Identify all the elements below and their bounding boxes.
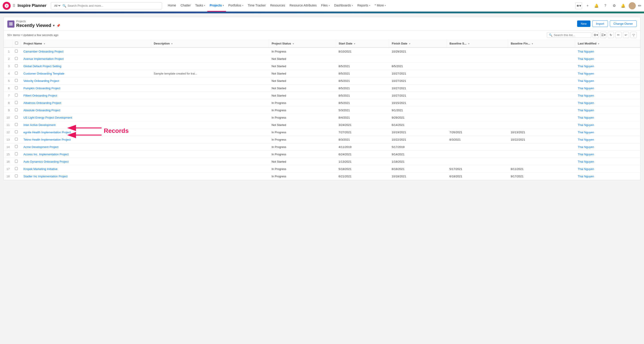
row-checkbox[interactable] bbox=[15, 138, 18, 141]
list-view-dropdown-button[interactable]: ▾ bbox=[53, 23, 55, 28]
col-header-baseline-s[interactable]: Baseline S... ▾ bbox=[447, 39, 508, 48]
col-header-project-status[interactable]: Project Status ▾ bbox=[269, 39, 336, 48]
pin-button[interactable]: 📌 bbox=[56, 24, 60, 27]
last-modified-cell[interactable]: Thai Nguyen bbox=[575, 63, 640, 70]
filter-button[interactable]: ▽ bbox=[630, 32, 637, 38]
row-checkbox[interactable] bbox=[15, 79, 18, 82]
last-modified-cell[interactable]: Thai Nguyen bbox=[575, 70, 640, 77]
nav-item-projects[interactable]: Projects ▾ bbox=[207, 0, 226, 12]
project-name-link[interactable]: Customer Onboarding Template bbox=[23, 72, 64, 75]
last-modified-cell[interactable]: Thai Nguyen bbox=[575, 77, 640, 85]
search-scope-select[interactable]: All bbox=[53, 4, 61, 8]
row-checkbox[interactable] bbox=[15, 50, 18, 53]
project-name-link[interactable]: Camamber Onboarding Project bbox=[23, 50, 63, 53]
nav-item-reports[interactable]: Reports ▾ bbox=[355, 0, 372, 12]
grid-icon[interactable]: ⠿ bbox=[12, 3, 15, 8]
last-modified-cell[interactable]: Thai Nguyen bbox=[575, 151, 640, 158]
last-modified-cell[interactable]: Thai Nguyen bbox=[575, 129, 640, 136]
new-button[interactable]: New bbox=[577, 21, 590, 27]
project-name-link[interactable]: US Light Energy Project Development bbox=[23, 116, 72, 119]
project-name-link[interactable]: Tekno Health Implementation Project bbox=[23, 138, 70, 141]
last-modified-cell[interactable]: Thai Nguyen bbox=[575, 114, 640, 121]
import-button[interactable]: Import bbox=[592, 21, 608, 27]
description-cell bbox=[151, 121, 269, 129]
project-name-link[interactable]: Absolute Onboarding Project bbox=[23, 109, 60, 112]
project-name-link[interactable]: Auto Dynamics Onboarding Project bbox=[23, 160, 68, 163]
col-header-baseline-f[interactable]: Baseline Fin... ▾ bbox=[508, 39, 575, 48]
alerts-button[interactable]: 🔔 bbox=[620, 3, 626, 9]
last-modified-cell[interactable]: Thai Nguyen bbox=[575, 85, 640, 92]
row-checkbox[interactable] bbox=[15, 152, 18, 155]
edit-nav-button[interactable]: ✏ bbox=[638, 3, 641, 8]
nav-item-tasks[interactable]: Tasks ▾ bbox=[193, 0, 207, 12]
refresh-button[interactable]: ↻ bbox=[608, 32, 614, 38]
row-checkbox[interactable] bbox=[15, 123, 18, 126]
last-modified-cell[interactable]: Thai Nguyen bbox=[575, 48, 640, 55]
last-modified-cell[interactable]: Thai Nguyen bbox=[575, 107, 640, 114]
nav-item-time-tracker[interactable]: Time Tracker bbox=[246, 0, 268, 12]
column-settings-button[interactable]: ⚙▾ bbox=[593, 32, 599, 38]
row-checkbox[interactable] bbox=[15, 101, 18, 104]
notification-button[interactable]: 🔔 bbox=[593, 3, 600, 9]
list-view-toggle[interactable]: ☰▾ bbox=[600, 32, 606, 38]
search-input[interactable] bbox=[68, 4, 160, 7]
select-all-checkbox[interactable] bbox=[15, 42, 18, 45]
nav-item-dashboards[interactable]: Dashboards ▾ bbox=[332, 0, 355, 12]
app-logo[interactable] bbox=[3, 2, 11, 10]
row-checkbox[interactable] bbox=[15, 108, 18, 111]
project-name-link[interactable]: Inter Active Development bbox=[23, 123, 56, 127]
row-checkbox[interactable] bbox=[15, 160, 18, 163]
nav-item-home[interactable]: Home bbox=[166, 0, 178, 12]
row-checkbox[interactable] bbox=[15, 64, 18, 67]
nav-item-portfolios[interactable]: Portfolios ▾ bbox=[226, 0, 245, 12]
last-modified-cell[interactable]: Thai Nguyen bbox=[575, 121, 640, 129]
project-name-link[interactable]: Access Inc. Implementation Project bbox=[23, 153, 68, 156]
last-modified-cell[interactable]: Thai Nguyen bbox=[575, 173, 640, 180]
project-name-link[interactable]: Albatross Onboarding Project bbox=[23, 101, 61, 105]
row-checkbox[interactable] bbox=[15, 175, 18, 177]
project-name-link[interactable]: Acme Development Project bbox=[23, 145, 58, 149]
col-header-start-date[interactable]: Start Date ▾ bbox=[336, 39, 389, 48]
change-owner-button[interactable]: Change Owner bbox=[610, 21, 637, 27]
user-avatar[interactable] bbox=[629, 2, 636, 9]
project-name-link[interactable]: Pumpkin Onboarding Project bbox=[23, 87, 60, 90]
row-checkbox[interactable] bbox=[15, 116, 18, 119]
nav-item-chatter[interactable]: Chatter bbox=[178, 0, 193, 12]
last-modified-cell[interactable]: Thai Nguyen bbox=[575, 158, 640, 165]
nav-item-files[interactable]: Files ▾ bbox=[319, 0, 332, 12]
project-name-link[interactable]: Global Default Project Setting bbox=[23, 65, 61, 68]
row-checkbox[interactable] bbox=[15, 130, 18, 133]
add-button[interactable]: ＋ bbox=[584, 3, 591, 9]
help-button[interactable]: ？ bbox=[602, 3, 609, 9]
favorites-button[interactable]: ★▾ bbox=[575, 3, 582, 9]
row-checkbox[interactable] bbox=[15, 167, 18, 170]
nav-item-resource-attributes[interactable]: Resource Attributes bbox=[287, 0, 319, 12]
col-header-finish-date[interactable]: Finish Date ▾ bbox=[389, 39, 447, 48]
search-list-input[interactable] bbox=[554, 33, 589, 37]
last-modified-cell[interactable]: Thai Nguyen bbox=[575, 136, 640, 143]
project-name-link[interactable]: egnite Health Implementation Project bbox=[23, 131, 71, 134]
last-modified-cell[interactable]: Thai Nguyen bbox=[575, 165, 640, 173]
project-name-link[interactable]: Avenue Implementation Project bbox=[23, 57, 63, 61]
last-modified-cell[interactable]: Thai Nguyen bbox=[575, 92, 640, 99]
row-checkbox[interactable] bbox=[15, 94, 18, 97]
nav-item-more[interactable]: * More ▾ bbox=[372, 0, 388, 12]
project-name-link[interactable]: Stadler Inc Implementation Project bbox=[23, 175, 68, 178]
col-header-project-name[interactable]: Project Name ▾ bbox=[21, 39, 151, 48]
settings-button[interactable]: ⚙ bbox=[611, 3, 618, 9]
row-checkbox[interactable] bbox=[15, 86, 18, 89]
project-name-link[interactable]: Kropek Marketing Initiative bbox=[23, 167, 57, 171]
row-checkbox[interactable] bbox=[15, 57, 18, 60]
col-header-last-modified[interactable]: Last Modified ▾ bbox=[575, 39, 640, 48]
last-modified-cell[interactable]: Thai Nguyen bbox=[575, 143, 640, 151]
nav-item-resources[interactable]: Resources bbox=[268, 0, 287, 12]
last-modified-cell[interactable]: Thai Nguyen bbox=[575, 55, 640, 63]
last-modified-cell[interactable]: Thai Nguyen bbox=[575, 99, 640, 107]
row-checkbox[interactable] bbox=[15, 72, 18, 75]
col-header-description[interactable]: Description ▾ bbox=[151, 39, 269, 48]
row-checkbox[interactable] bbox=[15, 145, 18, 148]
undo-button[interactable]: ↩ bbox=[623, 32, 629, 38]
project-name-link[interactable]: Velocity Onboarding Project bbox=[23, 79, 59, 83]
edit-columns-button[interactable]: ✏ bbox=[615, 32, 622, 38]
project-name-link[interactable]: Filbert Onboarding Project bbox=[23, 94, 57, 97]
